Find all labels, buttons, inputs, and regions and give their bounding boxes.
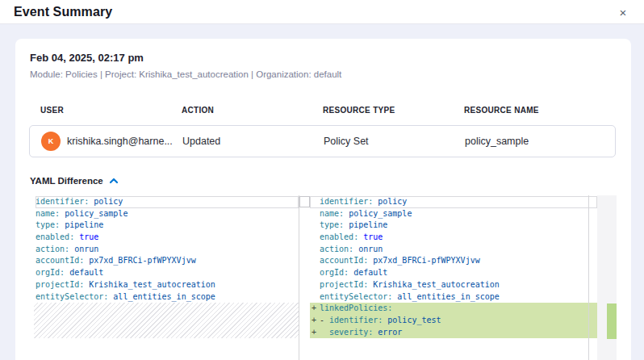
close-icon[interactable]: × xyxy=(613,0,633,24)
chevron-up-icon[interactable] xyxy=(109,177,119,185)
yaml-difference-header: YAML Difference xyxy=(30,176,617,186)
diff-added-marker xyxy=(607,303,617,339)
column-header-resource-name: RESOURCE NAME xyxy=(464,106,616,115)
code-line: name: policy_sample xyxy=(36,208,299,220)
code-line: projectId: Krishika_test_autocreation xyxy=(36,279,299,291)
page-title: Event Summary xyxy=(0,5,112,19)
user-cell: K krishika.singh@harne... xyxy=(41,132,182,151)
code-line: orgId: default xyxy=(310,267,597,279)
column-header-action: ACTION xyxy=(182,106,323,115)
code-line: accountId: px7xd_BFRCi-pfWPYXVjvw xyxy=(36,255,299,267)
table-header: USER ACTION RESOURCE TYPE RESOURCE NAME xyxy=(29,106,616,115)
code-line: enabled: true xyxy=(36,232,299,244)
code-line: orgId: default xyxy=(36,267,299,279)
code-line: +- identifier: policy_test xyxy=(310,315,597,327)
event-timestamp: Feb 04, 2025, 02:17 pm xyxy=(30,52,617,64)
user-email: krishika.singh@harne... xyxy=(67,136,173,147)
modal-header: Event Summary × xyxy=(0,0,644,24)
event-card: Feb 04, 2025, 02:17 pm Module: Policies … xyxy=(15,39,631,360)
code-line: projectId: Krishika_test_autocreation xyxy=(310,279,597,291)
code-line: action: onrun xyxy=(310,244,597,256)
code-line: identifier: policy xyxy=(36,196,299,208)
code-line: enabled: true xyxy=(310,232,597,244)
diff-empty-hatch xyxy=(34,303,299,338)
column-header-user: USER xyxy=(40,106,182,115)
code-line: identifier: policy xyxy=(310,196,597,208)
yaml-difference-label: YAML Difference xyxy=(30,176,103,186)
code-line: type: pipeline xyxy=(36,220,299,232)
diff-pane-modified[interactable]: identifier: policyname: policy_sampletyp… xyxy=(310,195,597,360)
code-line: accountId: px7xd_BFRCi-pfWPYXVjvw xyxy=(310,255,597,267)
code-line: entitySelector: all_entities_in_scope xyxy=(310,291,597,303)
yaml-diff-editor: identifier: policyname: policy_sampletyp… xyxy=(29,195,617,360)
resource-name-cell: policy_sample xyxy=(465,136,615,147)
event-meta: Module: Policies | Project: Krishika_tes… xyxy=(30,69,617,79)
avatar: K xyxy=(41,132,61,151)
diff-overview-ruler[interactable] xyxy=(597,195,617,360)
code-line: entitySelector: all_entities_in_scope xyxy=(36,291,299,303)
event-summary-modal: Event Summary × Feb 04, 2025, 02:17 pm M… xyxy=(0,0,644,360)
diff-sash-line-marker xyxy=(299,196,310,207)
table-row: K krishika.singh@harne... Updated Policy… xyxy=(29,125,616,157)
code-line: action: onrun xyxy=(36,244,299,256)
code-line: +linkedPolicies: xyxy=(310,303,597,315)
code-line: name: policy_sample xyxy=(310,208,597,220)
diff-scrollbar-edge xyxy=(588,195,589,360)
action-cell: Updated xyxy=(182,136,324,147)
code-line: + severity: error xyxy=(310,327,597,339)
resource-type-cell: Policy Set xyxy=(324,136,465,147)
column-header-resource-type: RESOURCE TYPE xyxy=(323,106,464,115)
code-line: type: pipeline xyxy=(310,220,597,232)
diff-sash[interactable] xyxy=(299,195,310,360)
diff-pane-original[interactable]: identifier: policyname: policy_sampletyp… xyxy=(29,195,299,360)
